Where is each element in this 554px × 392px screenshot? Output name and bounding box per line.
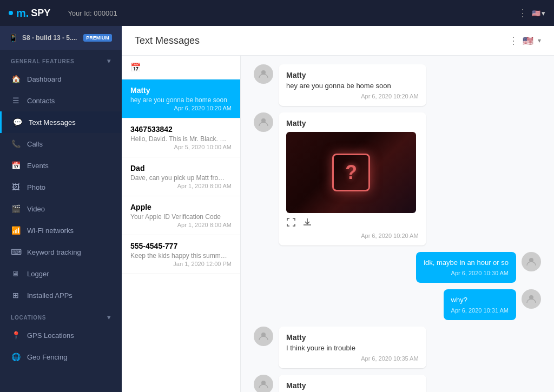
conv-item-matty[interactable]: Matty hey are you gonna be home soon Apr… — [122, 79, 240, 118]
content-area: Text Messages ⋮ 🇺🇸 ▾ 📅 Matty hey are you… — [122, 26, 554, 392]
general-section-header: GENERAL FEATURES ▾ — [0, 50, 122, 68]
sidebar-item-wifi[interactable]: 📶 Wi-Fi networks — [0, 220, 122, 241]
conv-preview: Your Apple ID Verification Code — [130, 213, 228, 221]
sidebar-item-label: Installed APPs — [27, 291, 72, 300]
text-messages-icon: 💬 — [12, 118, 22, 127]
bubble-sent: why? Apr 6, 2020 10:31 AM — [444, 289, 516, 320]
conv-name: 555-4545-777 — [130, 242, 232, 250]
conv-item-apple[interactable]: Apple Your Apple ID Verification Code Ap… — [122, 196, 240, 235]
sidebar-item-video[interactable]: 🎬 Video — [0, 198, 122, 220]
message-6: Matty — [254, 375, 426, 392]
bubble-sender: Matty — [286, 71, 419, 79]
sidebar-item-geo[interactable]: 🌐 Geo Fencing — [0, 346, 122, 368]
language-button[interactable]: 🇺🇸 ▾ — [532, 9, 545, 17]
sidebar-item-apps[interactable]: ⊞ Installed APPs — [0, 284, 122, 306]
sidebar-item-label: Video — [27, 205, 45, 213]
sidebar-item-gps[interactable]: 📍 GPS Locations — [0, 324, 122, 346]
device-icon: 📱 — [9, 34, 18, 42]
avatar-sent — [522, 289, 541, 309]
bubble-text: hey are you gonna be home soon — [286, 82, 419, 90]
chevron-down-icon-header: ▾ — [538, 37, 541, 44]
message-1: Matty hey are you gonna be home soon Apr… — [254, 64, 426, 106]
general-section-chevron[interactable]: ▾ — [107, 57, 111, 65]
conv-preview: Keep the kids happy this summer with ... — [130, 252, 228, 260]
locations-section-label: LOCATIONS — [11, 315, 46, 321]
sidebar-item-events[interactable]: 📅 Events — [0, 155, 122, 176]
sidebar-item-label: Calls — [27, 140, 43, 148]
calendar-icon[interactable]: 📅 — [130, 63, 141, 72]
sidebar-item-label: Text Messages — [29, 118, 76, 127]
expand-image-button[interactable] — [286, 217, 296, 229]
conv-time: Apr 1, 2020 8:00 AM — [130, 222, 232, 228]
bubble-time: Apr 6, 2020 10:31 AM — [451, 307, 509, 314]
avatar — [254, 327, 273, 346]
bubble-time: Apr 6, 2020 10:35 AM — [286, 355, 419, 362]
bubble-sent: idk, maybe in an hour or so Apr 6, 2020 … — [416, 252, 516, 283]
page-title: Text Messages — [135, 35, 200, 46]
sidebar-item-keyword[interactable]: ⌨ Keyword tracking — [0, 241, 122, 263]
photo-icon: 🖼 — [11, 183, 21, 191]
sidebar-item-contacts[interactable]: ☰ Contacts — [0, 90, 122, 111]
sidebar-item-dashboard[interactable]: 🏠 Dashboard — [0, 68, 122, 90]
keyword-icon: ⌨ — [11, 248, 21, 256]
message-3: idk, maybe in an hour or so Apr 6, 2020 … — [416, 252, 541, 283]
conv-preview: hey are you gonna be home soon — [130, 96, 228, 104]
flag-icon-header: 🇺🇸 — [523, 36, 533, 46]
sidebar-item-photo[interactable]: 🖼 Photo — [0, 176, 122, 198]
sidebar-item-label: Events — [27, 162, 49, 170]
bubble-sender: Matty — [286, 119, 419, 128]
image-actions — [286, 217, 419, 229]
message-4: why? Apr 6, 2020 10:31 AM — [444, 289, 541, 320]
bubble-received-image: Matty ? — [279, 112, 426, 245]
bubble-received: Matty hey are you gonna be home soon Apr… — [279, 64, 426, 106]
sidebar-item-text-messages[interactable]: 💬 Text Messages — [0, 111, 122, 133]
bubble-text: why? — [451, 296, 509, 304]
question-mark-icon: ? — [345, 161, 357, 184]
contacts-icon: ☰ — [11, 96, 21, 105]
download-image-button[interactable] — [302, 217, 312, 229]
page-options-button[interactable]: ⋮ — [509, 35, 518, 46]
chevron-down-icon: ▾ — [542, 9, 545, 17]
gps-icon: 📍 — [11, 331, 21, 340]
wifi-icon: 📶 — [11, 226, 21, 235]
logo-spy: SPY — [31, 8, 50, 19]
bubble-sender: Matty — [286, 381, 419, 390]
bubble-received-partial: Matty — [279, 375, 426, 392]
sidebar: 📱 S8 - build 13 - 5.... PREMIUM GENERAL … — [0, 26, 122, 392]
conv-time: Apr 5, 2020 10:00 AM — [130, 144, 232, 150]
logo-dot — [9, 11, 13, 15]
video-icon: 🎬 — [11, 204, 21, 213]
more-options-icon[interactable]: ⋮ — [518, 7, 527, 19]
bubble-received: Matty I think youre in trouble Apr 6, 20… — [279, 327, 426, 368]
avatar — [254, 112, 273, 132]
bubble-text: I think youre in trouble — [286, 344, 419, 352]
question-mark-box: ? — [332, 154, 370, 191]
conv-time: Apr 1, 2020 8:00 AM — [130, 183, 232, 189]
avatar — [254, 375, 273, 392]
locations-section-chevron[interactable]: ▾ — [107, 314, 111, 321]
dashboard-icon: 🏠 — [11, 75, 21, 83]
page-header-actions: ⋮ 🇺🇸 ▾ — [509, 35, 541, 46]
avatar-sent — [522, 252, 541, 271]
locations-section-header: LOCATIONS ▾ — [0, 306, 122, 324]
sidebar-item-label: Geo Fencing — [27, 353, 67, 361]
conv-item-3467533842[interactable]: 3467533842 Hello, David. This is Mr. Bla… — [122, 118, 240, 157]
message-image: ? — [286, 132, 416, 213]
sidebar-item-label: Contacts — [27, 97, 55, 105]
bubble-sender: Matty — [286, 333, 419, 342]
bubble-time: Apr 6, 2020 10:20 AM — [286, 232, 419, 239]
sidebar-item-calls[interactable]: 📞 Calls — [0, 133, 122, 155]
sidebar-item-logger[interactable]: 🖥 Logger — [0, 263, 122, 284]
conv-item-555[interactable]: 555-4545-777 Keep the kids happy this su… — [122, 235, 240, 274]
avatar — [254, 64, 273, 84]
sidebar-item-label: Wi-Fi networks — [27, 227, 74, 235]
premium-badge: PREMIUM — [83, 34, 112, 42]
header-actions: ⋮ 🇺🇸 ▾ — [518, 7, 545, 19]
conv-name: Dad — [130, 164, 232, 172]
conv-item-dad[interactable]: Dad Dave, can you pick up Matt from scho… — [122, 157, 240, 196]
device-bar: 📱 S8 - build 13 - 5.... PREMIUM — [0, 26, 122, 50]
conv-list-header: 📅 — [122, 56, 240, 79]
sidebar-item-label: Logger — [27, 270, 49, 278]
conv-preview: Dave, can you pick up Matt from schoo... — [130, 174, 228, 182]
conv-time: Apr 6, 2020 10:20 AM — [130, 105, 232, 111]
